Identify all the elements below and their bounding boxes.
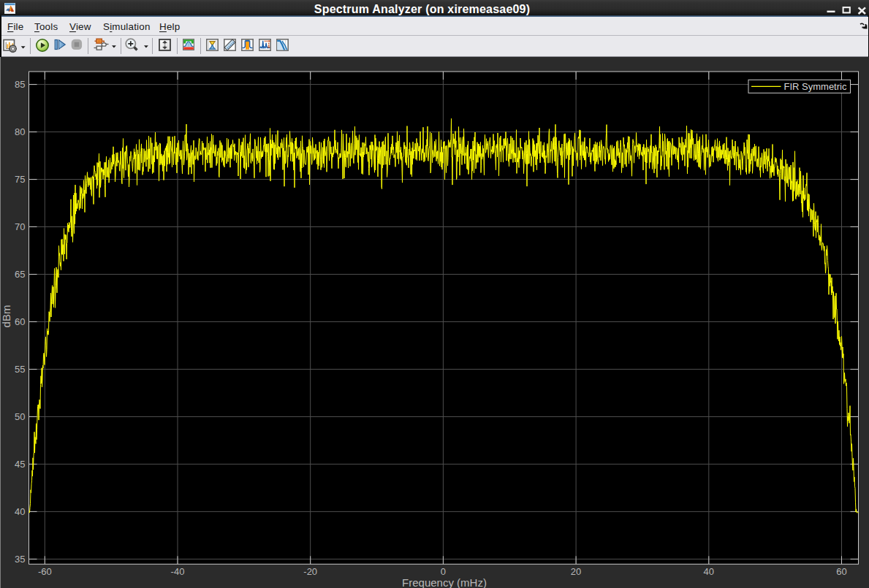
svg-text:70: 70 [15, 221, 25, 232]
svg-text:45: 45 [15, 459, 25, 470]
svg-text:-20: -20 [303, 566, 317, 577]
svg-text:65: 65 [15, 269, 25, 280]
svg-text:75: 75 [15, 174, 25, 185]
svg-text:35: 35 [15, 554, 25, 565]
svg-text:-40: -40 [171, 566, 185, 577]
svg-text:60: 60 [836, 566, 846, 577]
svg-text:Frequency (mHz): Frequency (mHz) [402, 576, 487, 588]
svg-text:0: 0 [441, 566, 446, 577]
svg-text:20: 20 [571, 566, 581, 577]
svg-text:60: 60 [15, 316, 25, 327]
svg-text:85: 85 [15, 79, 25, 90]
svg-text:80: 80 [15, 126, 25, 137]
svg-text:-60: -60 [38, 566, 52, 577]
svg-text:dBm: dBm [1, 305, 12, 328]
svg-text:FIR Symmetric: FIR Symmetric [784, 81, 847, 92]
svg-text:40: 40 [704, 566, 714, 577]
svg-text:55: 55 [15, 364, 25, 375]
svg-text:50: 50 [15, 411, 25, 422]
svg-text:40: 40 [15, 506, 25, 517]
